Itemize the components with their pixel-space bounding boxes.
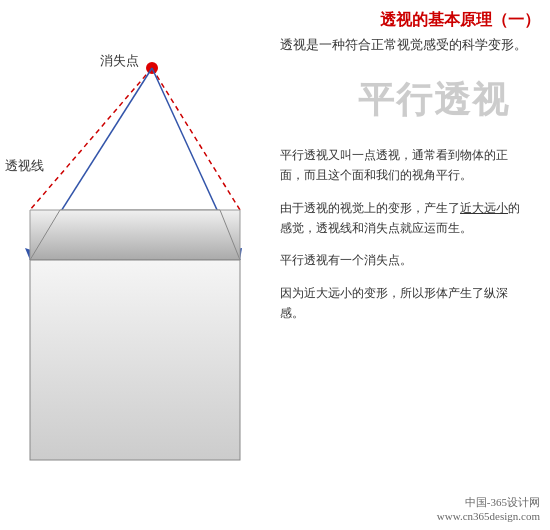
description2: 由于透视的视觉上的变形，产生了近大远小的感觉，透视线和消失点就应运而生。 [280,198,530,239]
large-label: 平行透视 [280,76,530,125]
intro-text: 透视是一种符合正常视觉感受的科学变形。 [280,35,530,56]
description4: 因为近大远小的变形，所以形体产生了纵深感。 [280,283,530,324]
desc2-underline: 近大远小 [460,201,508,215]
page-title: 透视的基本原理（一） [380,11,540,28]
svg-text:消失点: 消失点 [100,53,139,68]
svg-line-1 [152,68,240,210]
footer: 中国-365设计网 www.cn365design.com [437,495,540,522]
svg-rect-8 [30,260,240,460]
footer-line2: www.cn365design.com [437,510,540,522]
svg-line-0 [30,68,152,210]
page-container: 透视的基本原理（一） [0,0,550,530]
diagram-svg: 消失点 透视线 [0,0,270,530]
svg-marker-7 [30,210,240,260]
svg-text:透视线: 透视线 [5,158,44,173]
description1: 平行透视又叫一点透视，通常看到物体的正面，而且这个面和我们的视角平行。 [280,145,530,186]
description3: 平行透视有一个消失点。 [280,250,530,270]
desc2-prefix: 由于透视的视觉上的变形，产生了 [280,201,460,215]
footer-line1: 中国-365设计网 [437,495,540,510]
title-bar: 透视的基本原理（一） [380,10,540,31]
text-area: 透视是一种符合正常视觉感受的科学变形。 平行透视 平行透视又叫一点透视，通常看到… [270,30,540,341]
